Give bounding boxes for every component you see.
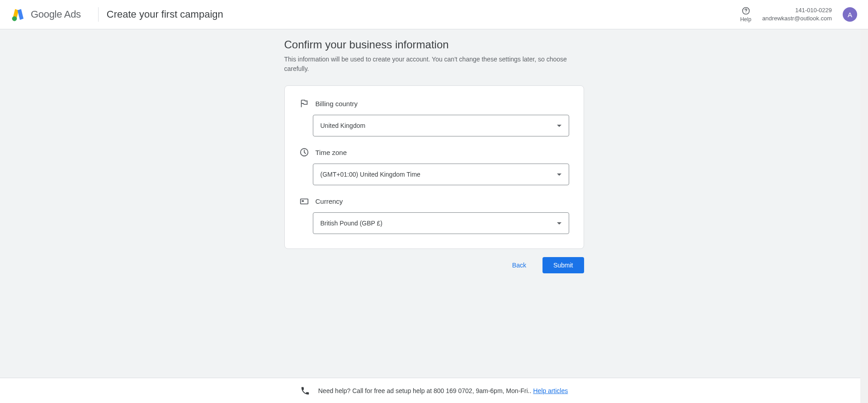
svg-point-2: [745, 13, 746, 13]
time-zone-select[interactable]: (GMT+01:00) United Kingdom Time: [313, 164, 569, 185]
help-articles-link[interactable]: Help articles: [533, 387, 568, 394]
time-zone-field: Time zone (GMT+01:00) United Kingdom Tim…: [299, 147, 569, 185]
google-ads-logo-icon: [11, 7, 25, 22]
currency-label: Currency: [316, 197, 343, 205]
chevron-down-icon: [557, 173, 561, 176]
app-header: Google Ads Create your first campaign He…: [0, 0, 868, 29]
help-label: Help: [740, 16, 751, 23]
account-email: andrewkastr@outlook.com: [762, 14, 832, 23]
chevron-down-icon: [557, 222, 561, 225]
help-button[interactable]: Help: [740, 6, 751, 23]
submit-button[interactable]: Submit: [542, 257, 584, 273]
header-divider: [98, 7, 99, 22]
footer-help-bar: Need help? Call for free ad setup help a…: [0, 378, 868, 403]
billing-country-field: Billing country United Kingdom: [299, 98, 569, 136]
payment-icon: [299, 196, 309, 206]
billing-country-value: United Kingdom: [321, 122, 366, 129]
clock-icon: [299, 147, 309, 157]
main-area: Confirm your business information This i…: [0, 29, 868, 273]
chevron-down-icon: [557, 125, 561, 127]
billing-country-label-row: Billing country: [299, 98, 569, 108]
time-zone-label: Time zone: [316, 149, 347, 156]
avatar[interactable]: A: [843, 7, 857, 22]
page-title: Create your first campaign: [107, 9, 223, 20]
back-button[interactable]: Back: [501, 257, 537, 273]
svg-point-0: [12, 16, 17, 21]
header-left: Google Ads Create your first campaign: [11, 7, 223, 22]
help-icon: [741, 6, 750, 15]
flag-icon: [299, 98, 309, 108]
phone-icon: [300, 386, 310, 396]
billing-country-select[interactable]: United Kingdom: [313, 115, 569, 136]
svg-rect-4: [300, 199, 308, 204]
header-right: Help 141-010-0229 andrewkastr@outlook.co…: [740, 6, 857, 23]
currency-select[interactable]: British Pound (GBP £): [313, 212, 569, 234]
billing-country-label: Billing country: [316, 100, 358, 108]
google-ads-logo-text: Google Ads: [31, 9, 81, 20]
currency-value: British Pound (GBP £): [321, 220, 382, 227]
logo-text-google: Google: [31, 9, 62, 20]
svg-rect-5: [302, 200, 304, 202]
time-zone-value: (GMT+01:00) United Kingdom Time: [321, 171, 420, 178]
logo-text-ads: Ads: [62, 9, 81, 20]
section-subtext: This information will be used to create …: [284, 55, 584, 74]
avatar-initial: A: [848, 11, 852, 19]
account-info: 141-010-0229 andrewkastr@outlook.com: [762, 6, 832, 23]
account-id: 141-010-0229: [762, 6, 832, 14]
form-card: Billing country United Kingdom Time zone: [284, 85, 584, 249]
section-heading: Confirm your business information: [284, 38, 584, 51]
currency-label-row: Currency: [299, 196, 569, 206]
content: Confirm your business information This i…: [284, 38, 584, 273]
footer-help-text: Need help? Call for free ad setup help a…: [318, 387, 568, 394]
currency-field: Currency British Pound (GBP £): [299, 196, 569, 234]
scrollbar[interactable]: [860, 29, 868, 403]
action-row: Back Submit: [284, 257, 584, 273]
time-zone-label-row: Time zone: [299, 147, 569, 157]
footer-text: Need help? Call for free ad setup help a…: [318, 387, 533, 394]
